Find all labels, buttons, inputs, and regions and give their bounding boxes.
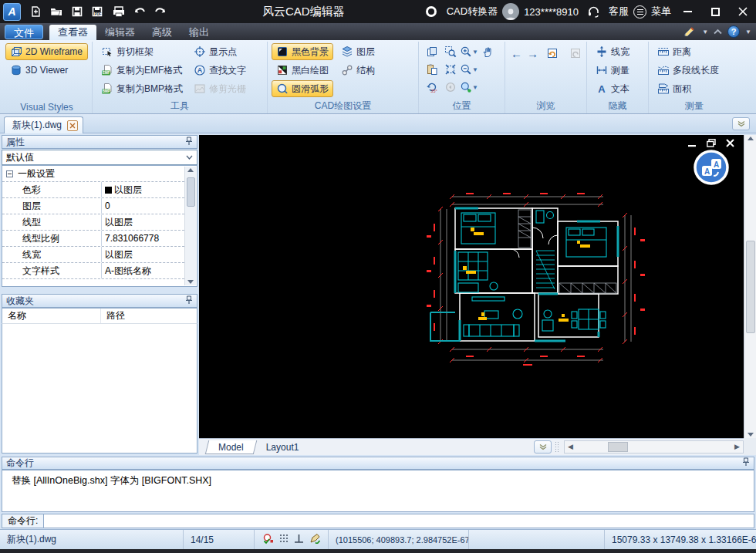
previous-view-icon[interactable] — [441, 79, 460, 96]
view-undo-icon[interactable] — [543, 45, 562, 62]
save-icon[interactable] — [66, 2, 87, 21]
canvas-restore-icon[interactable] — [707, 139, 716, 147]
zoom-extents-icon[interactable] — [441, 61, 460, 78]
canvas-vertical-scrollbar[interactable] — [744, 135, 756, 438]
help-dropdown-icon[interactable]: ▼ — [745, 29, 751, 35]
measure-polyline-button[interactable]: 多段线长度 — [653, 62, 736, 79]
property-row[interactable]: 线宽以图层 — [2, 247, 184, 263]
black-white-draw-button[interactable]: 黑白绘图 — [272, 62, 333, 79]
view-forward-icon[interactable]: → — [527, 48, 538, 59]
tab-advanced[interactable]: 高级 — [143, 25, 181, 40]
zoom-in-icon[interactable]: ▼ — [460, 43, 478, 60]
tab-overflow-chevron-button[interactable] — [732, 117, 750, 130]
column-path[interactable]: 路径 — [101, 309, 125, 322]
zoom-out-icon[interactable]: ▼ — [460, 61, 478, 78]
scroll-right-icon[interactable]: ▶ — [731, 441, 743, 453]
draw-settings-icon[interactable] — [309, 533, 321, 546]
hide-lineweight-button[interactable]: 线宽 — [591, 43, 644, 60]
annotate-pencil-icon[interactable] — [683, 25, 697, 39]
property-row[interactable]: 线型比例7.831066778 — [2, 231, 184, 247]
zoom-global-icon[interactable]: ▼ — [460, 79, 478, 96]
redo-icon[interactable] — [150, 2, 170, 21]
support-label[interactable]: 客服 — [609, 5, 629, 19]
scroll-down-icon[interactable] — [748, 433, 754, 437]
save-pdf-icon[interactable]: PDF — [87, 2, 108, 21]
pin-icon[interactable] — [185, 295, 193, 307]
pin-icon[interactable] — [742, 457, 750, 469]
property-grid-scrollbar[interactable] — [184, 167, 196, 285]
menu-icon[interactable] — [633, 5, 646, 19]
scrollbar-thumb[interactable] — [608, 442, 628, 452]
find-text-button[interactable]: A查找文字 — [189, 62, 251, 79]
trim-raster-button[interactable]: 修剪光栅 — [189, 80, 251, 97]
layers-button[interactable]: 图层 — [336, 43, 380, 60]
property-row[interactable]: 色彩以图层 — [2, 182, 184, 198]
paste-view-icon[interactable] — [423, 61, 441, 78]
smooth-arc-button[interactable]: 圆滑弧形 — [272, 80, 333, 97]
tab-model[interactable]: Model — [205, 440, 257, 454]
copy-bmp-button[interactable]: BMP复制为BMP格式 — [96, 80, 187, 97]
canvas-close-icon[interactable] — [726, 139, 734, 147]
preset-select[interactable]: 默认值 — [2, 150, 197, 165]
zoom-window-icon[interactable] — [441, 43, 460, 60]
scroll-up-icon[interactable] — [187, 168, 194, 172]
favorites-list[interactable] — [2, 324, 197, 454]
scroll-left-icon[interactable]: ◀ — [565, 441, 576, 453]
3d-viewer-button[interactable]: 3D Viewer — [5, 62, 88, 79]
document-close-icon[interactable] — [67, 120, 78, 131]
rotate-35-icon[interactable]: 35° — [423, 79, 441, 96]
collapse-expander-icon[interactable] — [6, 170, 13, 177]
tab-layout1[interactable]: Layout1 — [255, 440, 310, 454]
tab-output[interactable]: 输出 — [181, 25, 218, 40]
pan-hand-icon[interactable] — [478, 43, 497, 60]
headset-icon[interactable] — [583, 2, 604, 21]
scroll-up-icon[interactable] — [748, 137, 754, 140]
document-tab[interactable]: 新块(1).dwg — [4, 116, 83, 133]
structure-button[interactable]: 结构 — [336, 62, 380, 79]
measure-area-button[interactable]: 面积 — [653, 80, 736, 97]
measure-distance-button[interactable]: 距离 — [653, 43, 736, 60]
copy-view-icon[interactable] — [423, 43, 441, 60]
hide-measure-button[interactable]: 测量 — [591, 62, 644, 79]
app-logo-icon[interactable]: A — [3, 3, 21, 21]
minimize-button[interactable] — [676, 0, 699, 23]
ortho-icon[interactable] — [294, 534, 304, 546]
menu-label[interactable]: 菜单 — [651, 5, 671, 19]
splitter-handle[interactable] — [555, 441, 559, 454]
canvas-minimize-icon[interactable] — [688, 140, 697, 147]
tab-editor[interactable]: 编辑器 — [96, 25, 143, 40]
black-background-button[interactable]: 黑色背景 — [272, 43, 333, 60]
grid-icon[interactable] — [279, 534, 289, 545]
scrollbar-thumb[interactable] — [187, 177, 195, 207]
tab-file[interactable]: 文件 — [5, 25, 43, 39]
layout-overflow-chevron-button[interactable] — [534, 440, 552, 454]
copy-emf-button[interactable]: EMF复制为EMF格式 — [96, 62, 187, 79]
property-row[interactable]: 线型以图层 — [2, 214, 184, 231]
pin-icon[interactable] — [185, 137, 193, 148]
close-button[interactable] — [731, 0, 754, 23]
print-icon[interactable] — [108, 2, 129, 21]
show-points-button[interactable]: 显示点 — [189, 43, 251, 60]
object-snap-icon[interactable] — [262, 533, 274, 547]
collapse-ribbon-icon[interactable] — [714, 26, 722, 37]
open-file-icon[interactable] — [46, 2, 66, 21]
view-redo-icon[interactable] — [566, 45, 585, 62]
clip-frame-button[interactable]: 剪切框架 — [96, 43, 187, 60]
canvas-horizontal-scrollbar[interactable]: ◀ ▶ — [564, 440, 744, 454]
property-row[interactable]: 图层0 — [2, 198, 184, 214]
maximize-button[interactable] — [704, 0, 727, 23]
cad-converter-label[interactable]: CAD转换器 — [447, 5, 498, 19]
property-row[interactable]: 文字样式A-图纸名称 — [2, 263, 184, 279]
view-back-icon[interactable]: ← — [511, 48, 522, 59]
command-input[interactable] — [44, 514, 754, 528]
help-icon[interactable]: ? — [727, 25, 740, 38]
account-label[interactable]: 123****8910 — [524, 6, 579, 18]
pencil-dropdown-icon[interactable]: ▼ — [702, 29, 708, 35]
cad-convert-floating-button[interactable]: AA — [693, 149, 730, 188]
avatar[interactable] — [502, 3, 519, 20]
new-file-icon[interactable] — [25, 2, 46, 21]
undo-icon[interactable] — [129, 2, 150, 21]
2d-wireframe-button[interactable]: 2D Wireframe — [5, 43, 88, 60]
property-category-row[interactable]: 一般设置 — [2, 166, 184, 182]
hide-text-button[interactable]: A文本 — [591, 80, 644, 97]
